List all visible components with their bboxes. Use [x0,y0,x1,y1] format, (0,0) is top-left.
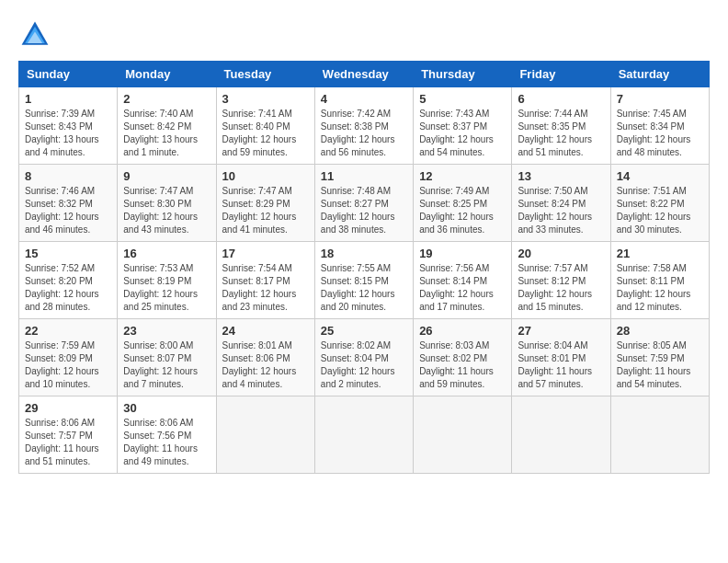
calendar-table: SundayMondayTuesdayWednesdayThursdayFrid… [18,61,710,474]
day-number: 6 [518,92,604,106]
day-number: 2 [123,92,210,106]
day-number: 27 [518,324,604,338]
calendar-cell: 26Sunrise: 8:03 AM Sunset: 8:02 PM Dayli… [414,319,512,396]
day-info: Sunrise: 7:44 AM Sunset: 8:35 PM Dayligh… [518,108,604,159]
calendar-cell: 10Sunrise: 7:47 AM Sunset: 8:29 PM Dayli… [216,165,314,242]
calendar-cell: 8Sunrise: 7:46 AM Sunset: 8:32 PM Daylig… [19,165,118,242]
day-number: 3 [222,92,309,106]
calendar-cell: 18Sunrise: 7:55 AM Sunset: 8:15 PM Dayli… [314,242,413,319]
calendar-cell [216,396,314,474]
day-number: 5 [419,92,506,106]
day-info: Sunrise: 8:04 AM Sunset: 8:01 PM Dayligh… [518,339,604,391]
calendar-cell [414,396,512,474]
day-info: Sunrise: 7:40 AM Sunset: 8:42 PM Dayligh… [123,108,210,159]
day-number: 26 [419,324,506,338]
calendar-cell: 9Sunrise: 7:47 AM Sunset: 8:30 PM Daylig… [118,165,216,242]
day-number: 8 [25,169,111,183]
day-info: Sunrise: 7:45 AM Sunset: 8:34 PM Dayligh… [617,108,703,159]
calendar-cell: 7Sunrise: 7:45 AM Sunset: 8:34 PM Daylig… [610,87,709,165]
day-number: 25 [321,324,407,338]
calendar-cell: 13Sunrise: 7:50 AM Sunset: 8:24 PM Dayli… [512,165,610,242]
day-number: 7 [617,92,703,106]
weekday-header-thursday: Thursday [414,62,512,87]
logo-icon [18,18,51,52]
day-info: Sunrise: 8:00 AM Sunset: 8:07 PM Dayligh… [123,339,210,391]
day-info: Sunrise: 8:06 AM Sunset: 7:56 PM Dayligh… [123,417,210,468]
day-info: Sunrise: 7:53 AM Sunset: 8:19 PM Dayligh… [123,262,210,314]
calendar-week-1: 1Sunrise: 7:39 AM Sunset: 8:43 PM Daylig… [19,87,710,165]
day-info: Sunrise: 7:43 AM Sunset: 8:37 PM Dayligh… [419,108,506,159]
day-info: Sunrise: 7:58 AM Sunset: 8:11 PM Dayligh… [617,262,703,314]
weekday-header-friday: Friday [512,62,610,87]
calendar-cell: 4Sunrise: 7:42 AM Sunset: 8:38 PM Daylig… [314,87,413,165]
day-number: 24 [222,324,309,338]
day-info: Sunrise: 7:52 AM Sunset: 8:20 PM Dayligh… [25,262,111,314]
weekday-header-wednesday: Wednesday [314,62,413,87]
calendar-cell: 21Sunrise: 7:58 AM Sunset: 8:11 PM Dayli… [610,242,709,319]
calendar-week-5: 29Sunrise: 8:06 AM Sunset: 7:57 PM Dayli… [19,396,710,474]
day-info: Sunrise: 7:57 AM Sunset: 8:12 PM Dayligh… [518,262,604,314]
day-number: 18 [321,247,407,260]
day-info: Sunrise: 8:02 AM Sunset: 8:04 PM Dayligh… [321,339,407,391]
day-number: 23 [123,324,210,338]
day-number: 4 [321,92,407,106]
day-info: Sunrise: 7:47 AM Sunset: 8:29 PM Dayligh… [222,185,309,236]
calendar-cell [610,396,709,474]
calendar-week-3: 15Sunrise: 7:52 AM Sunset: 8:20 PM Dayli… [19,242,710,319]
day-info: Sunrise: 8:06 AM Sunset: 7:57 PM Dayligh… [25,417,111,468]
day-info: Sunrise: 8:01 AM Sunset: 8:06 PM Dayligh… [222,339,309,391]
weekday-header-saturday: Saturday [610,62,709,87]
day-number: 15 [25,247,111,260]
day-number: 20 [518,247,604,260]
day-info: Sunrise: 7:50 AM Sunset: 8:24 PM Dayligh… [518,185,604,236]
calendar-cell: 15Sunrise: 7:52 AM Sunset: 8:20 PM Dayli… [19,242,118,319]
day-info: Sunrise: 7:59 AM Sunset: 8:09 PM Dayligh… [25,339,111,391]
calendar-cell [512,396,610,474]
weekday-header-sunday: Sunday [19,62,118,87]
logo [18,18,55,52]
calendar-cell: 1Sunrise: 7:39 AM Sunset: 8:43 PM Daylig… [19,87,118,165]
calendar-cell: 28Sunrise: 8:05 AM Sunset: 7:59 PM Dayli… [610,319,709,396]
day-info: Sunrise: 7:39 AM Sunset: 8:43 PM Dayligh… [25,108,111,159]
day-number: 13 [518,169,604,183]
day-info: Sunrise: 7:41 AM Sunset: 8:40 PM Dayligh… [222,108,309,159]
day-info: Sunrise: 7:46 AM Sunset: 8:32 PM Dayligh… [25,185,111,236]
weekday-header-monday: Monday [118,62,216,87]
day-number: 21 [617,247,703,260]
day-number: 9 [123,169,210,183]
day-number: 1 [25,92,111,106]
calendar-cell: 29Sunrise: 8:06 AM Sunset: 7:57 PM Dayli… [19,396,118,474]
day-number: 16 [123,247,210,260]
day-info: Sunrise: 7:42 AM Sunset: 8:38 PM Dayligh… [321,108,407,159]
day-info: Sunrise: 7:54 AM Sunset: 8:17 PM Dayligh… [222,262,309,314]
weekday-header-tuesday: Tuesday [216,62,314,87]
day-number: 12 [419,169,506,183]
calendar-cell: 6Sunrise: 7:44 AM Sunset: 8:35 PM Daylig… [512,87,610,165]
calendar-cell: 3Sunrise: 7:41 AM Sunset: 8:40 PM Daylig… [216,87,314,165]
calendar-cell: 14Sunrise: 7:51 AM Sunset: 8:22 PM Dayli… [610,165,709,242]
calendar-cell: 2Sunrise: 7:40 AM Sunset: 8:42 PM Daylig… [118,87,216,165]
calendar-cell: 11Sunrise: 7:48 AM Sunset: 8:27 PM Dayli… [314,165,413,242]
day-number: 10 [222,169,309,183]
day-number: 11 [321,169,407,183]
calendar-cell: 16Sunrise: 7:53 AM Sunset: 8:19 PM Dayli… [118,242,216,319]
day-info: Sunrise: 7:56 AM Sunset: 8:14 PM Dayligh… [419,262,506,314]
calendar-week-2: 8Sunrise: 7:46 AM Sunset: 8:32 PM Daylig… [19,165,710,242]
calendar-cell: 30Sunrise: 8:06 AM Sunset: 7:56 PM Dayli… [118,396,216,474]
calendar-cell: 27Sunrise: 8:04 AM Sunset: 8:01 PM Dayli… [512,319,610,396]
day-number: 22 [25,324,111,338]
calendar-cell: 22Sunrise: 7:59 AM Sunset: 8:09 PM Dayli… [19,319,118,396]
day-number: 19 [419,247,506,260]
day-info: Sunrise: 7:49 AM Sunset: 8:25 PM Dayligh… [419,185,506,236]
calendar-cell: 23Sunrise: 8:00 AM Sunset: 8:07 PM Dayli… [118,319,216,396]
calendar-cell: 17Sunrise: 7:54 AM Sunset: 8:17 PM Dayli… [216,242,314,319]
calendar-cell: 5Sunrise: 7:43 AM Sunset: 8:37 PM Daylig… [414,87,512,165]
calendar-cell: 19Sunrise: 7:56 AM Sunset: 8:14 PM Dayli… [414,242,512,319]
page-header [18,18,710,52]
day-info: Sunrise: 8:03 AM Sunset: 8:02 PM Dayligh… [419,339,506,391]
calendar-cell [314,396,413,474]
day-info: Sunrise: 7:47 AM Sunset: 8:30 PM Dayligh… [123,185,210,236]
day-info: Sunrise: 8:05 AM Sunset: 7:59 PM Dayligh… [617,339,703,391]
day-number: 17 [222,247,309,260]
calendar-cell: 24Sunrise: 8:01 AM Sunset: 8:06 PM Dayli… [216,319,314,396]
